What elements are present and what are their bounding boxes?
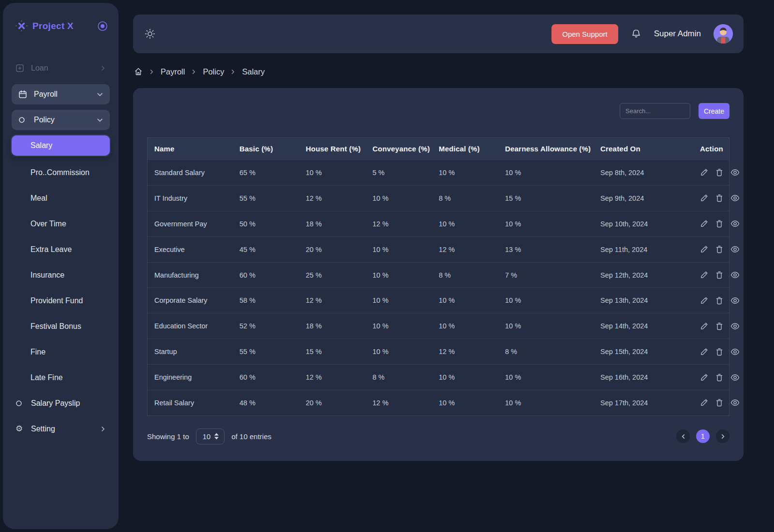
view-icon[interactable] — [730, 374, 740, 381]
policy-submenu-item[interactable]: Festival Bonus — [12, 313, 110, 339]
view-icon[interactable] — [730, 399, 740, 406]
policy-submenu-item[interactable]: Meal — [12, 186, 110, 211]
policy-submenu-item[interactable]: Extra Leave — [12, 237, 110, 263]
cell-dearness-allowance: 10 % — [505, 373, 600, 381]
search-input[interactable] — [620, 103, 690, 119]
cell-medical: 12 % — [439, 246, 505, 253]
edit-icon[interactable] — [700, 220, 708, 228]
bell-icon[interactable] — [631, 29, 641, 39]
cell-conveyance: 10 % — [372, 322, 439, 330]
cell-name: Executive — [154, 246, 239, 253]
edit-icon[interactable] — [700, 245, 708, 253]
open-support-button[interactable]: Open Support — [551, 24, 618, 44]
edit-icon[interactable] — [700, 399, 708, 407]
prev-page-button[interactable] — [676, 429, 690, 443]
avatar[interactable] — [714, 24, 733, 44]
sidebar-item-label: Late Fine — [30, 373, 63, 382]
cell-basic: 65 % — [239, 169, 306, 177]
spinner-icon — [214, 433, 219, 440]
row-actions — [700, 220, 740, 228]
breadcrumb-policy[interactable]: Policy — [203, 67, 224, 76]
edit-icon[interactable] — [700, 296, 708, 305]
cell-medical: 8 % — [439, 194, 505, 202]
cell-name: Standard Salary — [154, 169, 239, 177]
policy-submenu-item[interactable]: Late Fine — [12, 365, 110, 390]
delete-icon[interactable] — [715, 373, 723, 382]
view-icon[interactable] — [730, 220, 740, 227]
chevron-right-icon — [100, 65, 106, 71]
edit-icon[interactable] — [700, 271, 708, 279]
column-header-created-on: Created On — [600, 145, 700, 153]
sidebar-item-setting[interactable]: ⚙ Setting — [12, 416, 110, 442]
create-button[interactable]: Create — [699, 103, 729, 119]
page-size-select[interactable]: 10 — [196, 429, 225, 444]
view-icon[interactable] — [730, 169, 740, 176]
table-row: Executive 45 % 20 % 10 % 12 % 13 % Sep 1… — [148, 236, 729, 262]
cell-conveyance: 12 % — [372, 220, 439, 228]
cell-dearness-allowance: 7 % — [505, 271, 600, 279]
delete-icon[interactable] — [715, 271, 723, 279]
policy-submenu-item[interactable]: Pro..Commission — [12, 160, 110, 186]
view-icon[interactable] — [730, 271, 740, 279]
content-card: Create Name Basic (%) House Rent (%) Con… — [133, 88, 744, 461]
cell-name: Government Pay — [154, 220, 239, 228]
cell-conveyance: 5 % — [372, 169, 439, 177]
policy-submenu-item[interactable]: Provident Fund — [12, 288, 110, 313]
cell-name: Retail Salary — [154, 399, 239, 407]
cell-conveyance: 10 % — [372, 194, 439, 202]
edit-icon[interactable] — [700, 168, 708, 177]
salary-policy-table: Name Basic (%) House Rent (%) Conveyance… — [147, 137, 729, 416]
sun-icon[interactable] — [145, 29, 155, 39]
view-icon[interactable] — [730, 246, 740, 253]
delete-icon[interactable] — [715, 296, 723, 305]
policy-submenu-item[interactable]: Over Time — [12, 211, 110, 237]
edit-icon[interactable] — [700, 348, 708, 356]
cell-name: Manufacturing — [154, 271, 239, 279]
table-header-row: Name Basic (%) House Rent (%) Conveyance… — [148, 138, 729, 160]
chevron-right-icon — [230, 69, 236, 74]
edit-icon[interactable] — [700, 194, 708, 202]
row-actions — [700, 168, 740, 177]
cell-medical: 10 % — [439, 373, 505, 381]
delete-icon[interactable] — [715, 322, 723, 330]
cell-basic: 55 % — [239, 348, 306, 355]
cell-house-rent: 15 % — [306, 348, 372, 355]
next-page-button[interactable] — [716, 429, 729, 443]
delete-icon[interactable] — [715, 245, 723, 253]
view-icon[interactable] — [730, 297, 740, 304]
table-row: IT Industry 55 % 12 % 10 % 8 % 15 % Sep … — [148, 185, 729, 211]
chevron-right-icon — [149, 69, 154, 74]
page-number-button[interactable]: 1 — [696, 429, 710, 443]
sidebar-item-payroll[interactable]: Payroll — [12, 84, 110, 104]
sidebar-item-loan[interactable]: Loan — [12, 58, 110, 79]
column-header-name: Name — [154, 145, 239, 153]
policy-submenu-item[interactable]: Fine — [12, 339, 110, 365]
cell-conveyance: 12 % — [372, 399, 439, 407]
cell-house-rent: 25 % — [306, 271, 372, 279]
policy-submenu-item[interactable]: Insurance — [12, 263, 110, 288]
sidebar-item-label: Provident Fund — [30, 296, 83, 305]
home-icon[interactable] — [134, 67, 143, 76]
edit-icon[interactable] — [700, 373, 708, 382]
breadcrumb-payroll[interactable]: Payroll — [161, 67, 185, 76]
view-icon[interactable] — [730, 194, 740, 202]
delete-icon[interactable] — [715, 348, 723, 356]
topbar: Open Support Super Admin — [133, 15, 744, 53]
sidebar-item-label: Loan — [31, 64, 100, 73]
chevron-right-icon — [191, 69, 196, 74]
delete-icon[interactable] — [715, 194, 723, 202]
table-row: Retail Salary 48 % 20 % 12 % 10 % 10 % S… — [148, 390, 729, 415]
policy-submenu-item[interactable]: Salary — [12, 135, 110, 156]
view-icon[interactable] — [730, 348, 740, 355]
edit-icon[interactable] — [700, 322, 708, 330]
view-icon[interactable] — [730, 323, 740, 330]
cell-house-rent: 10 % — [306, 169, 372, 177]
delete-icon[interactable] — [715, 399, 723, 407]
sidebar-item-policy[interactable]: Policy — [12, 110, 110, 130]
delete-icon[interactable] — [715, 220, 723, 228]
sidebar-item-label: Pro..Commission — [30, 168, 89, 177]
sidebar-item-salary-payslip[interactable]: Salary Payslip — [12, 390, 110, 416]
sidebar-collapse-icon[interactable] — [97, 21, 108, 31]
delete-icon[interactable] — [715, 168, 723, 177]
row-actions — [700, 399, 740, 407]
